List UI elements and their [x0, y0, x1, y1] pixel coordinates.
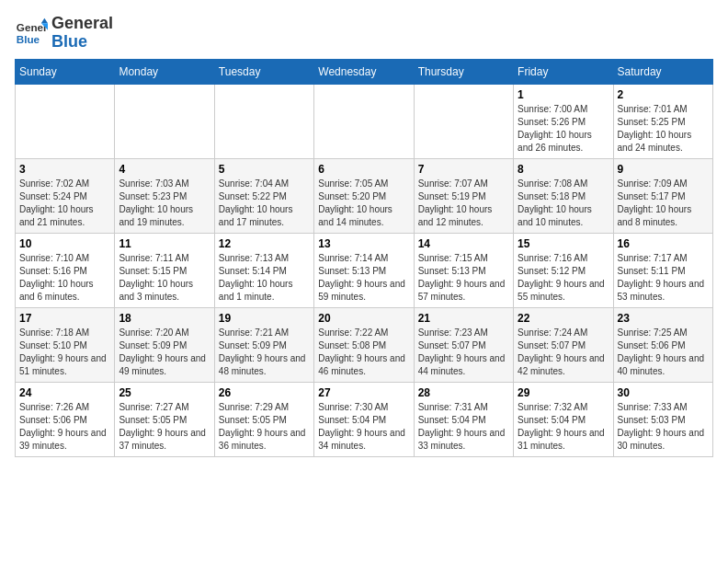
calendar-cell: 28Sunrise: 7:31 AM Sunset: 5:04 PM Dayli… [414, 382, 513, 456]
calendar-cell: 3Sunrise: 7:02 AM Sunset: 5:24 PM Daylig… [16, 158, 115, 233]
calendar-cell: 1Sunrise: 7:00 AM Sunset: 5:26 PM Daylig… [514, 84, 613, 158]
calendar-week-1: 1Sunrise: 7:00 AM Sunset: 5:26 PM Daylig… [16, 84, 713, 158]
day-number: 30 [618, 386, 709, 399]
day-number: 19 [219, 312, 310, 325]
day-info: Sunrise: 7:30 AM Sunset: 5:04 PM Dayligh… [318, 401, 409, 453]
logo: General Blue General Blue [15, 15, 113, 52]
calendar-cell: 8Sunrise: 7:08 AM Sunset: 5:18 PM Daylig… [514, 158, 613, 233]
calendar-header-row: SundayMondayTuesdayWednesdayThursdayFrid… [16, 59, 713, 84]
day-number: 23 [618, 312, 709, 325]
day-number: 21 [418, 312, 509, 325]
day-number: 16 [618, 237, 709, 250]
calendar-cell: 11Sunrise: 7:11 AM Sunset: 5:15 PM Dayli… [115, 233, 214, 307]
day-info: Sunrise: 7:11 AM Sunset: 5:15 PM Dayligh… [119, 252, 210, 304]
calendar-cell: 9Sunrise: 7:09 AM Sunset: 5:17 PM Daylig… [613, 158, 712, 233]
day-info: Sunrise: 7:25 AM Sunset: 5:06 PM Dayligh… [618, 327, 709, 378]
day-info: Sunrise: 7:32 AM Sunset: 5:04 PM Dayligh… [518, 401, 609, 453]
calendar-week-5: 24Sunrise: 7:26 AM Sunset: 5:06 PM Dayli… [16, 382, 713, 456]
calendar-cell: 26Sunrise: 7:29 AM Sunset: 5:05 PM Dayli… [214, 382, 313, 456]
day-info: Sunrise: 7:33 AM Sunset: 5:03 PM Dayligh… [618, 401, 709, 453]
calendar-cell: 6Sunrise: 7:05 AM Sunset: 5:20 PM Daylig… [314, 158, 414, 233]
day-number: 8 [518, 163, 609, 176]
day-info: Sunrise: 7:23 AM Sunset: 5:07 PM Dayligh… [418, 327, 509, 378]
weekday-header-friday: Friday [514, 59, 613, 84]
svg-text:Blue: Blue [17, 33, 40, 45]
logo-text: General Blue [51, 15, 113, 52]
day-number: 15 [518, 237, 609, 250]
day-number: 4 [119, 163, 210, 176]
calendar-cell: 16Sunrise: 7:17 AM Sunset: 5:11 PM Dayli… [613, 233, 712, 307]
day-info: Sunrise: 7:15 AM Sunset: 5:13 PM Dayligh… [418, 252, 509, 304]
day-info: Sunrise: 7:29 AM Sunset: 5:05 PM Dayligh… [219, 401, 310, 453]
calendar-cell: 4Sunrise: 7:03 AM Sunset: 5:23 PM Daylig… [115, 158, 214, 233]
day-info: Sunrise: 7:31 AM Sunset: 5:04 PM Dayligh… [418, 401, 509, 453]
day-number: 24 [19, 386, 110, 399]
weekday-header-sunday: Sunday [16, 59, 115, 84]
day-number: 1 [518, 88, 609, 101]
day-number: 25 [119, 386, 210, 399]
calendar-week-2: 3Sunrise: 7:02 AM Sunset: 5:24 PM Daylig… [16, 158, 713, 233]
day-info: Sunrise: 7:00 AM Sunset: 5:26 PM Dayligh… [518, 103, 609, 155]
day-info: Sunrise: 7:13 AM Sunset: 5:14 PM Dayligh… [219, 252, 310, 304]
day-number: 14 [418, 237, 509, 250]
calendar-cell: 14Sunrise: 7:15 AM Sunset: 5:13 PM Dayli… [414, 233, 513, 307]
calendar-cell: 19Sunrise: 7:21 AM Sunset: 5:09 PM Dayli… [214, 307, 313, 382]
day-info: Sunrise: 7:07 AM Sunset: 5:19 PM Dayligh… [418, 178, 509, 229]
day-number: 22 [518, 312, 609, 325]
calendar-cell: 2Sunrise: 7:01 AM Sunset: 5:25 PM Daylig… [613, 84, 712, 158]
day-info: Sunrise: 7:09 AM Sunset: 5:17 PM Dayligh… [618, 178, 709, 229]
day-number: 12 [219, 237, 310, 250]
calendar-cell: 15Sunrise: 7:16 AM Sunset: 5:12 PM Dayli… [514, 233, 613, 307]
day-info: Sunrise: 7:01 AM Sunset: 5:25 PM Dayligh… [618, 103, 709, 155]
calendar-cell [314, 84, 414, 158]
weekday-header-wednesday: Wednesday [314, 59, 414, 84]
weekday-header-saturday: Saturday [613, 59, 712, 84]
calendar-cell [414, 84, 513, 158]
day-info: Sunrise: 7:14 AM Sunset: 5:13 PM Dayligh… [318, 252, 409, 304]
calendar-cell: 18Sunrise: 7:20 AM Sunset: 5:09 PM Dayli… [115, 307, 214, 382]
page-header: General Blue General Blue [15, 15, 713, 52]
calendar-cell: 13Sunrise: 7:14 AM Sunset: 5:13 PM Dayli… [314, 233, 414, 307]
day-number: 9 [618, 163, 709, 176]
calendar-cell: 5Sunrise: 7:04 AM Sunset: 5:22 PM Daylig… [214, 158, 313, 233]
day-info: Sunrise: 7:08 AM Sunset: 5:18 PM Dayligh… [518, 178, 609, 229]
calendar-cell [214, 84, 313, 158]
calendar-cell: 10Sunrise: 7:10 AM Sunset: 5:16 PM Dayli… [16, 233, 115, 307]
day-number: 29 [518, 386, 609, 399]
weekday-header-tuesday: Tuesday [214, 59, 313, 84]
weekday-header-monday: Monday [115, 59, 214, 84]
day-number: 10 [19, 237, 110, 250]
day-number: 20 [318, 312, 409, 325]
day-info: Sunrise: 7:16 AM Sunset: 5:12 PM Dayligh… [518, 252, 609, 304]
calendar-cell: 7Sunrise: 7:07 AM Sunset: 5:19 PM Daylig… [414, 158, 513, 233]
calendar-cell: 12Sunrise: 7:13 AM Sunset: 5:14 PM Dayli… [214, 233, 313, 307]
calendar-cell: 20Sunrise: 7:22 AM Sunset: 5:08 PM Dayli… [314, 307, 414, 382]
calendar-cell [115, 84, 214, 158]
day-info: Sunrise: 7:20 AM Sunset: 5:09 PM Dayligh… [119, 327, 210, 378]
logo-icon: General Blue [15, 17, 48, 50]
day-number: 27 [318, 386, 409, 399]
day-info: Sunrise: 7:17 AM Sunset: 5:11 PM Dayligh… [618, 252, 709, 304]
weekday-header-thursday: Thursday [414, 59, 513, 84]
day-number: 6 [318, 163, 409, 176]
day-info: Sunrise: 7:18 AM Sunset: 5:10 PM Dayligh… [19, 327, 110, 378]
day-info: Sunrise: 7:05 AM Sunset: 5:20 PM Dayligh… [318, 178, 409, 229]
day-number: 28 [418, 386, 509, 399]
day-number: 7 [418, 163, 509, 176]
day-info: Sunrise: 7:21 AM Sunset: 5:09 PM Dayligh… [219, 327, 310, 378]
day-number: 18 [119, 312, 210, 325]
calendar-cell: 22Sunrise: 7:24 AM Sunset: 5:07 PM Dayli… [514, 307, 613, 382]
day-info: Sunrise: 7:26 AM Sunset: 5:06 PM Dayligh… [19, 401, 110, 453]
calendar-cell: 25Sunrise: 7:27 AM Sunset: 5:05 PM Dayli… [115, 382, 214, 456]
calendar-cell: 30Sunrise: 7:33 AM Sunset: 5:03 PM Dayli… [613, 382, 712, 456]
calendar-cell: 24Sunrise: 7:26 AM Sunset: 5:06 PM Dayli… [16, 382, 115, 456]
day-number: 17 [19, 312, 110, 325]
day-info: Sunrise: 7:10 AM Sunset: 5:16 PM Dayligh… [19, 252, 110, 304]
calendar-cell: 27Sunrise: 7:30 AM Sunset: 5:04 PM Dayli… [314, 382, 414, 456]
day-info: Sunrise: 7:04 AM Sunset: 5:22 PM Dayligh… [219, 178, 310, 229]
day-number: 3 [19, 163, 110, 176]
calendar-week-4: 17Sunrise: 7:18 AM Sunset: 5:10 PM Dayli… [16, 307, 713, 382]
calendar-cell: 21Sunrise: 7:23 AM Sunset: 5:07 PM Dayli… [414, 307, 513, 382]
day-number: 5 [219, 163, 310, 176]
day-number: 11 [119, 237, 210, 250]
